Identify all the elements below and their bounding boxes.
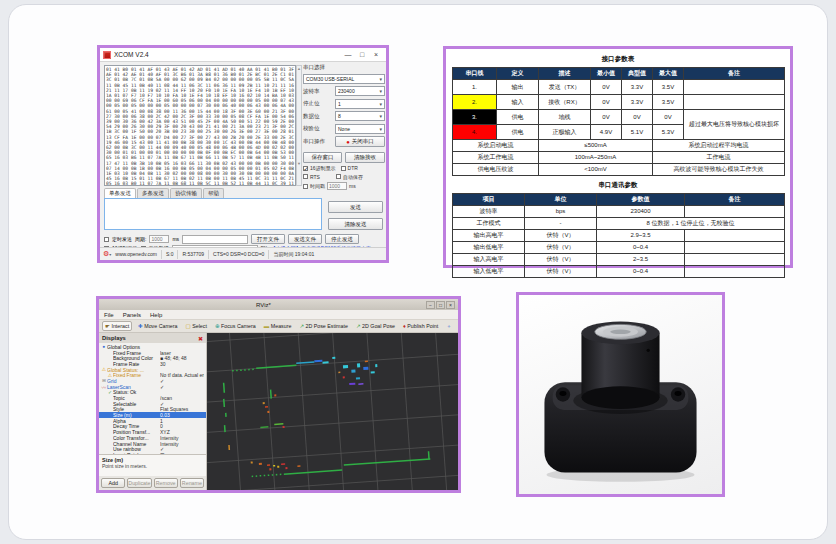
autosave-checkbox[interactable] [336, 174, 341, 179]
toolbar-label: 2D Pose Estimate [306, 323, 348, 329]
send-tab-1[interactable]: 多条发送 [137, 188, 169, 198]
toolbar-label: Measure [271, 323, 292, 329]
toolbar-button-Measure[interactable]: ▬Measure [262, 322, 294, 330]
xcom-window-title: XCOM V2.4 [114, 51, 341, 58]
table-row: 波特率bps230400 [453, 206, 785, 218]
lidar-sensor-photo [528, 302, 713, 487]
3d-viewport[interactable] [207, 333, 458, 490]
hex-display-checkbox[interactable] [303, 166, 308, 171]
dtr-checkbox[interactable] [341, 166, 346, 171]
remove-button: Remove [154, 478, 178, 488]
pin3-color-cell: 3. [453, 110, 497, 125]
rviz-menubar: File Panels Help [99, 310, 458, 320]
timestamp-checkbox[interactable] [303, 184, 308, 189]
close-panel-icon[interactable]: ✖ [198, 335, 203, 342]
rename-button: Rename [180, 478, 204, 488]
toolbar-button-zoom[interactable]: ＋ [444, 322, 454, 331]
menu-panels[interactable]: Panels [123, 312, 141, 318]
clear-receive-button[interactable]: 清除接收 [345, 152, 385, 163]
Move Camera-icon: ✚ [138, 323, 143, 329]
table-header-row: 项目单位参数值备注 [453, 194, 785, 206]
displays-panel-header: Displays ✖ [99, 333, 206, 343]
table-row: 系统工作电流100mA~250mA工作电流 [453, 152, 785, 164]
send-button[interactable]: 发送 [328, 201, 383, 213]
baud-dropdown[interactable]: 230400▾ [335, 86, 385, 96]
maximize-icon[interactable]: □ [355, 51, 369, 58]
period-field[interactable]: 1000 [149, 235, 169, 243]
port-select-dropdown[interactable]: COM30 USB-SERIAL▾ [303, 74, 385, 84]
xcom-statusbar: ⚙ ▾ www.openedv.com S:0 R:537709 CTS=0 D… [100, 247, 386, 260]
rts-checkbox[interactable] [303, 174, 308, 179]
close-port-button[interactable]: ●关闭串口 [335, 136, 385, 147]
table-header-row: 串口线定义描述最小值典型值最大值备注 [453, 68, 785, 80]
Focus Camera-icon: ⊕ [215, 323, 220, 329]
toolbar-button-Select[interactable]: ▢Select [183, 322, 208, 330]
databits-dropdown[interactable]: 8▾ [335, 111, 385, 121]
chevron-down-icon: ▾ [379, 88, 382, 94]
toolbar-button-2D Pose Estimate[interactable]: ↗2D Pose Estimate [297, 322, 350, 330]
receive-hex-area[interactable]: 01 41 B0 01 41 AF 01 43 AE 01 42 AD 01 4… [104, 65, 296, 186]
receive-scrollbar[interactable]: ▲▼ [296, 65, 302, 186]
uart-parameter-table: 项目单位参数值备注 波特率bps230400 工作模式-8 位数据，1 位停止位… [452, 193, 785, 278]
toolbar-label: Publish Point [407, 323, 438, 329]
Select-icon: ▢ [185, 323, 190, 329]
timed-send-checkbox[interactable] [104, 237, 109, 242]
menu-help[interactable]: Help [150, 312, 162, 318]
close-icon[interactable]: × [446, 301, 455, 309]
parity-dropdown[interactable]: None▾ [335, 124, 385, 134]
add-button[interactable]: Add [101, 478, 125, 488]
lidar-photo-panel [516, 292, 725, 497]
clear-send-button[interactable]: 清除发送 [328, 218, 383, 230]
close-icon[interactable]: × [369, 51, 383, 58]
send-tab-2[interactable]: 协议传输 [170, 188, 202, 198]
port-open-indicator-icon: ● [346, 139, 350, 145]
toolbar-button-Focus Camera[interactable]: ⊕Focus Camera [213, 322, 258, 330]
table-row: 3.供电地线0V0V0V超过最大电压将导致核心模块损坏 [453, 110, 785, 125]
pinhole-icon [647, 349, 650, 352]
interface-parameter-table: 串口线定义描述最小值典型值最大值备注 1.输出发送（TX）0V3.3V3.5V … [452, 67, 785, 176]
table-row: 供电电压纹波<100mV高纹波可能导致核心模块工作失效 [453, 164, 785, 176]
toolbar-button-Publish Point[interactable]: ♦Publish Point [401, 322, 440, 330]
toolbar-button-Interact[interactable]: ☛Interact [102, 321, 132, 331]
tree-row-value: ✓ [160, 384, 204, 390]
table-row: 输入高电平伏特（V）2~3.5 [453, 254, 785, 266]
file-path-field[interactable] [182, 235, 248, 244]
chevron-down-icon: ▾ [379, 126, 382, 132]
menu-file[interactable]: File [104, 312, 114, 318]
toolbar-label: Interact [111, 323, 129, 329]
displays-buttons: AddDuplicateRemoveRename [99, 476, 206, 490]
chevron-down-icon: ▾ [379, 101, 382, 107]
alientek-logo-icon [103, 51, 111, 59]
send-tab-0[interactable]: 单条发送 [104, 188, 136, 198]
timestamp-interval-field[interactable]: 1000 [327, 182, 347, 190]
status-sent-count: S:0 [162, 250, 179, 259]
displays-panel: Displays ✖ ●Global OptionsFixed Framelas… [99, 333, 207, 490]
toolbar-button-Move Camera[interactable]: ✚Move Camera [136, 322, 179, 330]
table-row: 2.输入接收（RX）0V3.3V3.5V [453, 95, 785, 110]
minimize-icon[interactable]: − [426, 301, 435, 309]
open-file-button[interactable]: 打开文件 [251, 234, 285, 244]
maximize-icon[interactable]: □ [436, 301, 445, 309]
spec-tables-panel: 接口参数表 串口线定义描述最小值典型值最大值备注 1.输出发送（TX）0V3.3… [443, 46, 793, 268]
stopbits-dropdown[interactable]: 1▾ [335, 99, 385, 109]
send-file-button[interactable]: 发送文件 [288, 234, 322, 244]
pin4-color-cell: 4. [453, 125, 497, 140]
2D Goal Pose-icon: ↗ [356, 323, 361, 329]
toolbar-button-2D Goal Pose[interactable]: ↗2D Goal Pose [354, 322, 397, 330]
status-time: 当前时间 19:04:01 [269, 250, 318, 259]
parity-label: 校验位 [303, 125, 320, 132]
port-select-label: 串口选择 [303, 64, 385, 71]
save-window-button[interactable]: 保存窗口 [303, 152, 342, 163]
interface-table-title: 接口参数表 [452, 55, 784, 64]
stop-send-button[interactable]: 停止发送 [325, 234, 359, 244]
status-website[interactable]: www.openedv.com [111, 250, 162, 259]
send-textarea[interactable] [104, 198, 322, 230]
toolbar-label: Move Camera [144, 323, 177, 329]
minimize-icon[interactable]: — [341, 51, 355, 58]
Publish Point-icon: ♦ [403, 323, 406, 329]
cylinder-bottom [581, 386, 659, 409]
send-tab-3[interactable]: 帮助 [203, 188, 224, 198]
rviz-window-title: RViz* [102, 302, 425, 308]
status-received-count: R:537709 [178, 250, 209, 259]
rviz-window: RViz* − □ × File Panels Help ☛Interact✚M… [96, 296, 461, 493]
